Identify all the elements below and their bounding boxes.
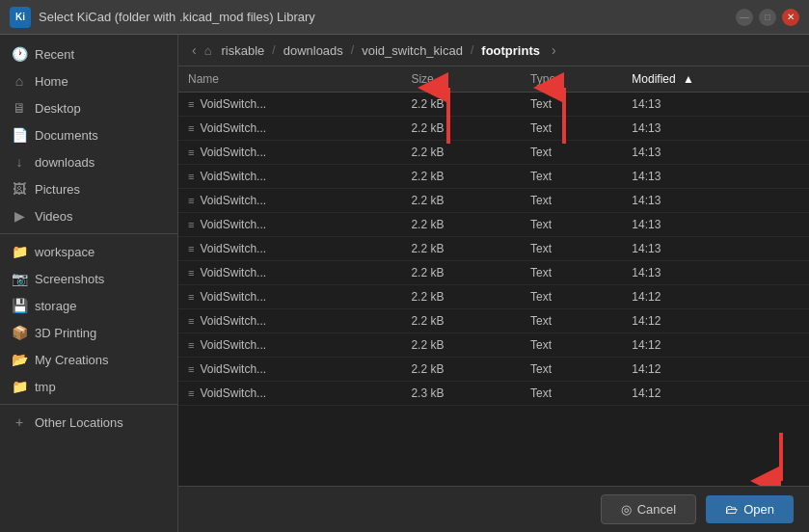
file-name: VoidSwitch... xyxy=(200,290,266,304)
cell-modified: 14:13 xyxy=(622,165,809,189)
table-row[interactable]: ≡ VoidSwitch... 2.3 kB Text 14:12 xyxy=(178,382,809,406)
kicad-logo: Ki xyxy=(10,7,31,28)
sidebar-label-other: Other Locations xyxy=(35,415,123,430)
file-name: VoidSwitch... xyxy=(200,242,266,255)
close-button[interactable]: ✕ xyxy=(782,9,799,26)
table-row[interactable]: ≡ VoidSwitch... 2.2 kB Text 14:12 xyxy=(178,309,809,333)
table-row[interactable]: ≡ VoidSwitch... 2.2 kB Text 14:12 xyxy=(178,285,809,309)
breadcrumb-forward-button[interactable]: › xyxy=(548,40,560,60)
sidebar-item-downloads[interactable]: ↓ downloads xyxy=(0,148,177,175)
table-row[interactable]: ≡ VoidSwitch... 2.2 kB Text 14:13 xyxy=(178,165,809,189)
table-row[interactable]: ≡ VoidSwitch... 2.2 kB Text 14:13 xyxy=(178,261,809,285)
cell-type: Text xyxy=(521,261,622,285)
cancel-button[interactable]: ◎ Cancel xyxy=(601,494,696,524)
cell-modified: 14:13 xyxy=(622,237,809,261)
sidebar-label-screenshots: Screenshots xyxy=(35,272,104,286)
sidebar-label-downloads: downloads xyxy=(35,155,94,170)
sidebar-item-recent[interactable]: 🕐 Recent xyxy=(0,40,177,67)
title-bar: Ki Select KiCad (folder with .kicad_mod … xyxy=(0,0,809,35)
desktop-icon: 🖥 xyxy=(12,100,27,116)
cell-name: ≡ VoidSwitch... xyxy=(178,285,401,309)
cell-name: ≡ VoidSwitch... xyxy=(178,237,401,261)
sidebar-item-pictures[interactable]: 🖼 Pictures xyxy=(0,175,177,202)
cell-size: 2.2 kB xyxy=(401,333,521,358)
breadcrumb-footprints[interactable]: footprints xyxy=(477,41,544,60)
file-icon: ≡ xyxy=(188,171,194,182)
plus-icon: + xyxy=(12,414,27,430)
minimize-button[interactable]: — xyxy=(736,9,753,26)
sidebar-item-tmp[interactable]: 📁 tmp xyxy=(0,373,177,400)
cell-modified: 14:12 xyxy=(622,285,809,309)
file-icon: ≡ xyxy=(188,291,194,303)
file-name: VoidSwitch... xyxy=(200,194,266,207)
cell-name: ≡ VoidSwitch... xyxy=(178,117,401,141)
sidebar-label-storage: storage xyxy=(35,299,76,313)
sidebar-item-storage[interactable]: 💾 storage xyxy=(0,292,177,319)
table-row[interactable]: ≡ VoidSwitch... 2.2 kB Text 14:13 xyxy=(178,117,809,141)
breadcrumb-back-button[interactable]: ‹ xyxy=(188,40,201,60)
breadcrumb: ‹ ⌂ riskable / downloads / void_switch_k… xyxy=(178,35,809,66)
cell-modified: 14:13 xyxy=(622,213,809,237)
table-row[interactable]: ≡ VoidSwitch... 2.2 kB Text 14:13 xyxy=(178,141,809,165)
table-row[interactable]: ≡ VoidSwitch... 2.2 kB Text 14:13 xyxy=(178,237,809,261)
sidebar-item-desktop[interactable]: 🖥 Desktop xyxy=(0,94,177,121)
table-body: ≡ VoidSwitch... 2.2 kB Text 14:13 ≡ Void… xyxy=(178,93,809,406)
cell-modified: 14:12 xyxy=(622,358,809,382)
sidebar-item-documents[interactable]: 📄 Documents xyxy=(0,121,177,148)
table-row[interactable]: ≡ VoidSwitch... 2.2 kB Text 14:12 xyxy=(178,333,809,358)
maximize-button[interactable]: □ xyxy=(759,9,776,26)
table-row[interactable]: ≡ VoidSwitch... 2.2 kB Text 14:13 xyxy=(178,93,809,117)
sidebar-label-home: Home xyxy=(35,74,68,89)
breadcrumb-sep-1: / xyxy=(272,43,275,57)
table-row[interactable]: ≡ VoidSwitch... 2.2 kB Text 14:13 xyxy=(178,189,809,213)
recent-icon: 🕐 xyxy=(12,46,27,62)
sidebar-item-mycreations[interactable]: 📂 My Creations xyxy=(0,346,177,373)
cell-type: Text xyxy=(521,213,622,237)
breadcrumb-downloads[interactable]: downloads xyxy=(280,41,347,60)
col-size[interactable]: Size xyxy=(401,66,521,93)
cell-size: 2.2 kB xyxy=(401,309,521,333)
open-button[interactable]: 🗁 Open xyxy=(706,495,794,523)
table-row[interactable]: ≡ VoidSwitch... 2.2 kB Text 14:13 xyxy=(178,213,809,237)
file-name: VoidSwitch... xyxy=(200,218,266,231)
open-label: Open xyxy=(743,502,774,517)
screenshots-icon: 📷 xyxy=(12,271,27,286)
window-title: Select KiCad (folder with .kicad_mod fil… xyxy=(39,10,315,24)
file-name: VoidSwitch... xyxy=(200,170,266,183)
sidebar-label-desktop: Desktop xyxy=(35,101,81,116)
col-type[interactable]: Type xyxy=(521,66,622,93)
cell-modified: 14:12 xyxy=(622,309,809,333)
col-modified[interactable]: Modified ▲ xyxy=(622,66,809,93)
cell-type: Text xyxy=(521,382,622,406)
cell-type: Text xyxy=(521,141,622,165)
sidebar-label-recent: Recent xyxy=(35,47,74,62)
file-icon: ≡ xyxy=(188,98,194,110)
storage-icon: 💾 xyxy=(12,298,27,313)
main-content: 🕐 Recent ⌂ Home 🖥 Desktop 📄 Documents ↓ … xyxy=(0,35,809,532)
sidebar-item-screenshots[interactable]: 📷 Screenshots xyxy=(0,265,177,292)
sidebar-item-videos[interactable]: ▶ Videos xyxy=(0,202,177,229)
cell-type: Text xyxy=(521,189,622,213)
sidebar-item-workspace[interactable]: 📁 workspace xyxy=(0,238,177,265)
sidebar-label-videos: Videos xyxy=(35,209,73,224)
breadcrumb-riskable[interactable]: riskable xyxy=(218,41,269,60)
table-row[interactable]: ≡ VoidSwitch... 2.2 kB Text 14:12 xyxy=(178,358,809,382)
breadcrumb-void-switch-kicad[interactable]: void_switch_kicad xyxy=(358,41,467,60)
file-icon: ≡ xyxy=(188,219,194,230)
sidebar-item-3dprinting[interactable]: 📦 3D Printing xyxy=(0,319,177,346)
sidebar-item-home[interactable]: ⌂ Home xyxy=(0,67,177,94)
cell-name: ≡ VoidSwitch... xyxy=(178,333,401,358)
cell-modified: 14:12 xyxy=(622,382,809,406)
breadcrumb-sep-2: / xyxy=(351,43,354,57)
cell-type: Text xyxy=(521,309,622,333)
cell-name: ≡ VoidSwitch... xyxy=(178,261,401,285)
sidebar-label-documents: Documents xyxy=(35,128,98,143)
sidebar: 🕐 Recent ⌂ Home 🖥 Desktop 📄 Documents ↓ … xyxy=(0,35,178,532)
file-name: VoidSwitch... xyxy=(200,338,266,352)
cell-modified: 14:13 xyxy=(622,117,809,141)
sidebar-divider-1 xyxy=(0,233,177,234)
col-name[interactable]: Name xyxy=(178,66,401,93)
cell-modified: 14:13 xyxy=(622,93,809,117)
sidebar-item-other[interactable]: + Other Locations xyxy=(0,409,177,436)
cell-name: ≡ VoidSwitch... xyxy=(178,213,401,237)
